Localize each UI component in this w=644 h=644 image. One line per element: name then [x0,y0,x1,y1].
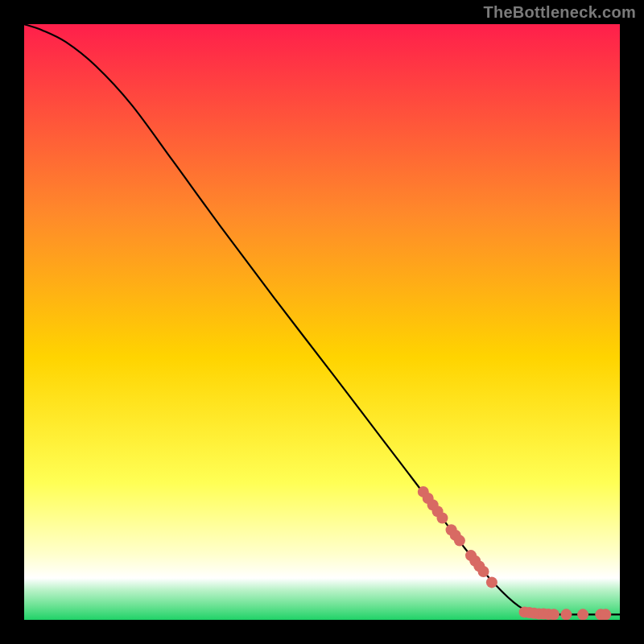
data-marker [486,576,497,588]
data-marker [548,609,559,620]
gradient-background [24,24,620,620]
data-marker [577,609,588,620]
data-marker [600,609,611,620]
plot-area [24,24,620,620]
chart-stage: TheBottleneck.com [0,0,644,644]
data-marker [478,566,489,577]
data-marker [436,512,448,523]
chart-svg [24,24,620,620]
data-marker [560,609,572,620]
data-marker [454,535,465,547]
watermark-text: TheBottleneck.com [483,3,636,22]
